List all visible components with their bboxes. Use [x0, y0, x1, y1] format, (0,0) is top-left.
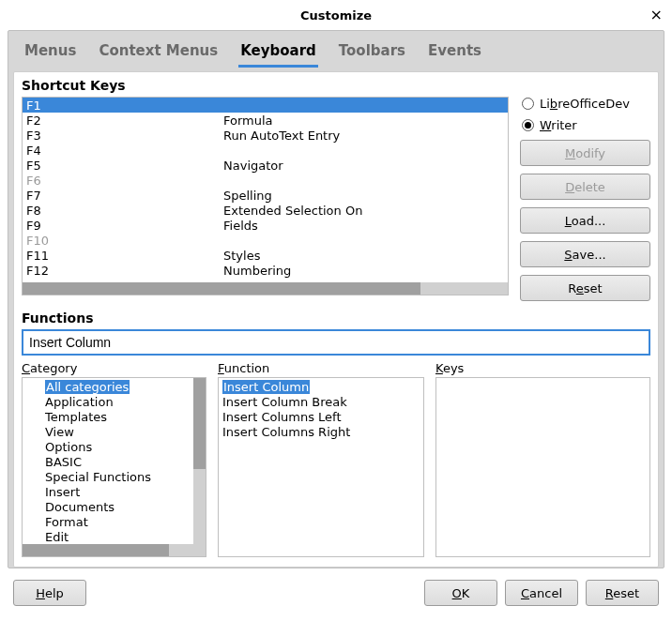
category-item[interactable]: Application — [23, 395, 206, 410]
category-item[interactable]: BASIC — [23, 455, 206, 470]
tab-bar: Menus Context Menus Keyboard Toolbars Ev… — [13, 36, 659, 68]
title-bar: Customize × — [0, 0, 672, 30]
shortcut-keys-list[interactable]: F1F2FormulaF3Run AutoText EntryF4F5Navig… — [22, 97, 509, 295]
tab-context-menus[interactable]: Context Menus — [97, 40, 220, 68]
keys-label: Keys — [435, 361, 650, 375]
h-scrollbar[interactable] — [23, 544, 206, 556]
shortcut-row[interactable]: F3Run AutoText Entry — [23, 128, 508, 143]
shortcut-row[interactable]: F8Extended Selection On — [23, 203, 508, 218]
category-item[interactable]: All categories — [23, 380, 206, 395]
function-item[interactable]: Insert Columns Right — [219, 425, 423, 440]
keys-list[interactable] — [435, 377, 650, 557]
v-scrollbar[interactable] — [193, 378, 206, 544]
scope-writer-label: Writer — [540, 118, 577, 132]
shortcut-row[interactable]: F10 — [23, 233, 508, 248]
category-item[interactable]: Format — [23, 515, 206, 530]
scope-writer-radio[interactable]: Writer — [520, 118, 650, 132]
window-title: Customize — [300, 8, 372, 23]
tab-keyboard[interactable]: Keyboard — [238, 40, 318, 68]
footer-reset-button[interactable]: Reset — [586, 580, 659, 606]
function-item[interactable]: Insert Columns Left — [219, 410, 423, 425]
tab-menus[interactable]: Menus — [23, 40, 78, 68]
help-button[interactable]: Help — [13, 580, 86, 606]
keyboard-tab-content: Shortcut Keys F1F2FormulaF3Run AutoText … — [13, 71, 659, 568]
function-item[interactable]: Insert Column — [219, 380, 423, 395]
shortcut-row[interactable]: F11Styles — [23, 248, 508, 263]
category-list[interactable]: All categoriesApplicationTemplatesViewOp… — [22, 377, 206, 557]
category-item[interactable]: Special Functions — [23, 470, 206, 485]
shortcut-row[interactable]: F5Navigator — [23, 158, 508, 173]
search-input[interactable] — [22, 329, 650, 356]
function-list[interactable]: Insert ColumnInsert Column BreakInsert C… — [218, 377, 424, 557]
h-scrollbar[interactable] — [23, 282, 508, 295]
tab-events[interactable]: Events — [426, 40, 483, 68]
function-label: Function — [218, 361, 424, 375]
category-item[interactable]: Documents — [23, 500, 206, 515]
shortcut-row[interactable]: F6 — [23, 173, 508, 188]
function-item[interactable]: Insert Column Break — [219, 395, 423, 410]
dialog-footer: Help OK Cancel Reset — [0, 568, 672, 617]
delete-button[interactable]: Delete — [520, 174, 650, 200]
category-label: Category — [22, 361, 206, 375]
scope-libreoffice-label: LibreOfficeDev — [540, 97, 630, 111]
shortcut-row[interactable]: F7Spelling — [23, 188, 508, 203]
ok-button[interactable]: OK — [424, 580, 497, 606]
modify-button[interactable]: Modify — [520, 140, 650, 166]
tab-toolbars[interactable]: Toolbars — [337, 40, 407, 68]
shortcut-row[interactable]: F2Formula — [23, 113, 508, 128]
save-button[interactable]: Save... — [520, 241, 650, 267]
functions-label: Functions — [22, 310, 650, 326]
shortcut-row[interactable]: F4 — [23, 143, 508, 158]
load-button[interactable]: Load... — [520, 207, 650, 234]
scope-libreoffice-radio[interactable]: LibreOfficeDev — [520, 97, 650, 111]
shortcut-keys-label: Shortcut Keys — [22, 78, 650, 93]
category-item[interactable]: Edit — [23, 530, 206, 545]
shortcut-row[interactable]: F9Fields — [23, 218, 508, 233]
shortcut-row[interactable]: F12Numbering — [23, 263, 508, 278]
close-icon[interactable]: × — [650, 6, 663, 23]
tabs-panel: Menus Context Menus Keyboard Toolbars Ev… — [8, 30, 664, 568]
cancel-button[interactable]: Cancel — [505, 580, 578, 606]
reset-button[interactable]: Reset — [520, 275, 650, 301]
category-item[interactable]: Insert — [23, 485, 206, 500]
category-item[interactable]: Options — [23, 440, 206, 455]
category-item[interactable]: Templates — [23, 410, 206, 425]
category-item[interactable]: View — [23, 425, 206, 440]
shortcut-row[interactable]: F1 — [23, 98, 508, 113]
